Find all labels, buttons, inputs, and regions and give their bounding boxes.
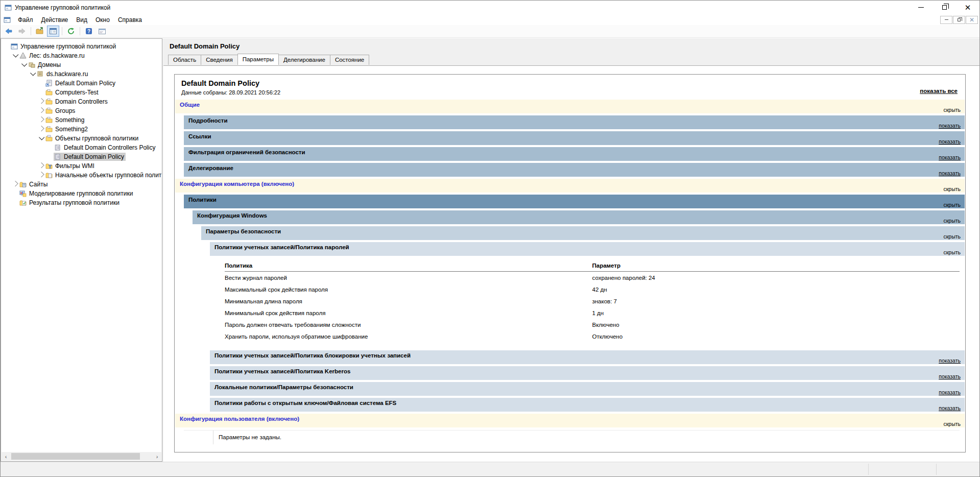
restore-button[interactable]	[933, 1, 956, 14]
tree-item-something2[interactable]: Something2	[1, 125, 162, 134]
gpo-icon	[54, 144, 61, 151]
section-label: Политики учетных записей/Политика пароле…	[214, 244, 349, 250]
ou-icon	[45, 89, 53, 96]
tab-параметры[interactable]: Параметры	[237, 54, 279, 65]
tree-item-управление-групповой-политикой[interactable]: Управление групповой политикой	[1, 42, 162, 51]
tree-expander-icon[interactable]	[38, 136, 45, 140]
menu-вид[interactable]: Вид	[72, 15, 91, 25]
console-tree-icon	[49, 27, 57, 35]
tree-item-label: Default Domain Controllers Policy	[64, 144, 155, 151]
section-label: Ссылки	[188, 133, 211, 139]
toolbar-separator	[62, 27, 62, 35]
tree-item-результаты-групповой-политики[interactable]: Результаты групповой политики	[1, 198, 162, 207]
tree-expander-icon[interactable]	[38, 164, 45, 168]
tree-item-объекты-групповой-политики[interactable]: Объекты групповой политики	[1, 134, 162, 143]
minimize-icon	[918, 7, 924, 8]
show-link[interactable]: показать	[939, 154, 961, 160]
show-link[interactable]: показать	[939, 123, 961, 129]
tab-сведения[interactable]: Сведения	[201, 55, 238, 65]
tree-expander-icon[interactable]	[38, 109, 45, 113]
show-link[interactable]: показать	[939, 170, 961, 176]
tree-expander-icon[interactable]	[29, 72, 36, 76]
hide-link[interactable]: скрыть	[943, 202, 961, 208]
toolbar-separator	[31, 27, 31, 35]
show-link[interactable]: показать	[939, 373, 961, 379]
hide-link[interactable]: скрыть	[943, 233, 961, 240]
table-cell: 1 дн	[592, 307, 960, 319]
main-pane: Default Domain Policy ОбластьСведенияПар…	[163, 38, 979, 462]
hide-link[interactable]: скрыть	[943, 107, 961, 113]
export-button[interactable]	[34, 26, 46, 37]
hide-link[interactable]: скрыть	[943, 421, 961, 427]
forward-button[interactable]	[16, 26, 28, 37]
tab-область[interactable]: Область	[168, 55, 201, 65]
tree-expander-icon[interactable]	[38, 100, 45, 104]
tree-item-default-domain-policy[interactable]: Default Domain Policy	[1, 79, 162, 88]
help-button[interactable]: ?	[83, 26, 95, 37]
tree-item-something[interactable]: Something	[1, 115, 162, 125]
tree-item-ds-hackware-ru[interactable]: ds.hackware.ru	[1, 69, 162, 79]
table-cell: сохранено паролей: 24	[592, 272, 960, 283]
table-row: Минимальная длина паролязнаков: 7	[225, 295, 960, 307]
scroll-right-arrow[interactable]: ›	[153, 452, 161, 461]
table-cell: Минимальная длина пароля	[225, 295, 592, 307]
menu-файл[interactable]: Файл	[14, 15, 37, 25]
forward-icon	[18, 27, 26, 35]
tree-item-default-domain-controllers-policy[interactable]: Default Domain Controllers Policy	[1, 143, 162, 152]
mdi-minimize-button[interactable]	[940, 16, 952, 24]
menu-действие[interactable]: Действие	[37, 15, 73, 25]
table-row: Минимальный срок действия пароля1 дн	[225, 307, 960, 319]
tree-item-начальные-объекты-групповой-полит[interactable]: Начальные объекты групповой полит	[1, 171, 162, 180]
tab-состояние[interactable]: Состояние	[330, 55, 369, 65]
show-link[interactable]: показать	[939, 405, 961, 411]
console-tree-button[interactable]	[47, 26, 59, 37]
mdi-close-icon: ✕	[969, 17, 974, 23]
report-section-общие: Общиескрыть	[175, 100, 965, 113]
close-button[interactable]: ✕	[956, 1, 979, 14]
help-icon: ?	[85, 27, 93, 35]
statusbar-divider	[868, 464, 869, 475]
tree-expander-icon[interactable]	[38, 127, 45, 131]
show-link[interactable]: показать	[939, 389, 961, 395]
tree-expander-icon[interactable]	[12, 54, 19, 58]
back-button[interactable]	[3, 26, 15, 37]
report-section-политики-работы-с-открытым-ключом-файлов: Политики работы с открытым ключом/Файлов…	[210, 398, 965, 412]
mdi-restore-button[interactable]	[953, 16, 965, 24]
minimize-button[interactable]	[909, 1, 933, 14]
tree-item-фильтры-wmi[interactable]: Фильтры WMI	[1, 161, 162, 171]
menu-справка[interactable]: Справка	[114, 15, 146, 25]
tree-item-домены[interactable]: Домены	[1, 60, 162, 69]
menu-окно[interactable]: Окно	[91, 15, 114, 25]
new-window-button[interactable]	[96, 26, 108, 37]
section-label: Делегирование	[188, 165, 233, 171]
tree-item-default-domain-policy[interactable]: Default Domain Policy	[1, 152, 162, 161]
show-all-link[interactable]: показать все	[920, 88, 958, 94]
tree-item-computers-test[interactable]: Computers-Test	[1, 88, 162, 97]
tree-item-лес-ds-hackware-ru[interactable]: Лес: ds.hackware.ru	[1, 51, 162, 60]
tab-делегирование[interactable]: Делегирование	[278, 55, 330, 65]
tree-expander-icon[interactable]	[12, 182, 19, 186]
show-link[interactable]: показать	[939, 138, 961, 145]
tree-expander-icon[interactable]	[20, 63, 28, 67]
tree-item-сайты[interactable]: Сайты	[1, 180, 162, 189]
tree-expander-icon[interactable]	[38, 173, 45, 177]
table-header-cell: Политика	[225, 260, 592, 271]
ou-icon	[45, 107, 53, 114]
scroll-left-arrow[interactable]: ‹	[2, 452, 10, 461]
section-label: Конфигурация пользователя (включено)	[180, 416, 299, 422]
show-link[interactable]: показать	[939, 357, 961, 364]
mdi-close-button[interactable]: ✕	[966, 16, 978, 24]
hide-link[interactable]: скрыть	[943, 186, 961, 192]
status-bar	[1, 462, 979, 476]
ou-icon	[45, 98, 53, 105]
hide-link[interactable]: скрыть	[943, 218, 961, 224]
table-cell: Хранить пароли, используя обратимое шифр…	[225, 330, 592, 342]
tree-horizontal-scrollbar[interactable]: ‹ ›	[2, 452, 161, 461]
tree-item-моделирование-групповой-политики[interactable]: Моделирование групповой политики	[1, 189, 162, 198]
tree-item-domain-controllers[interactable]: Domain Controllers	[1, 97, 162, 106]
scrollbar-thumb[interactable]	[11, 453, 140, 460]
tree-item-groups[interactable]: Groups	[1, 106, 162, 115]
hide-link[interactable]: скрыть	[943, 249, 961, 255]
refresh-button[interactable]	[65, 26, 77, 37]
tree-expander-icon[interactable]	[38, 118, 45, 122]
